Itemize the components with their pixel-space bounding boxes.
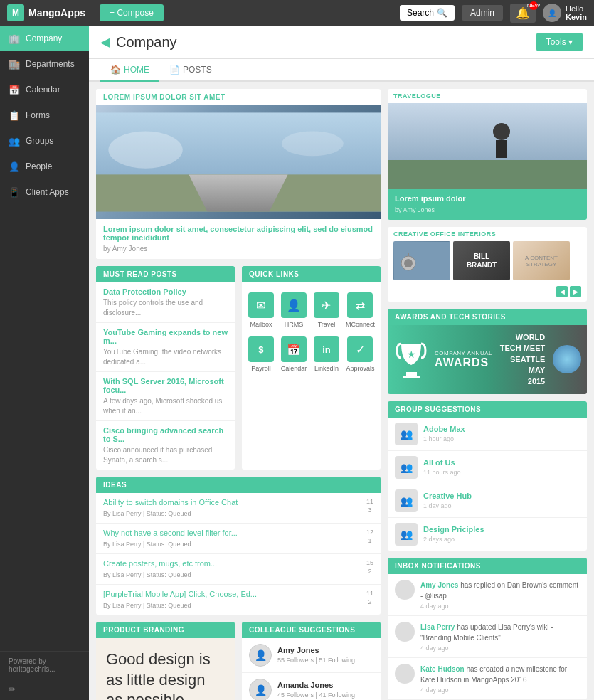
awards-section: AWARDS AND TECH STORIES ★	[388, 309, 587, 394]
group-name-3[interactable]: Design Priciples	[423, 525, 484, 534]
ql-mconnect-label: MConnect	[346, 321, 375, 328]
page-title: Company	[116, 34, 177, 51]
compose-button[interactable]: + Compose	[100, 4, 164, 21]
logo-icon: M	[7, 4, 24, 21]
awards-label: AWARDS	[435, 356, 492, 369]
ql-payroll-label: Payroll	[251, 365, 271, 372]
hero-label: LOREM IPSUM DOLOR SIT AMET	[96, 89, 381, 105]
travelogue-label: TRAVELOGUE	[388, 89, 587, 103]
must-read-item: With SQL Server 2016, Microsoft focu... …	[96, 372, 235, 421]
avatar	[395, 664, 415, 684]
home-tab-icon: 🏠	[110, 65, 121, 75]
forms-icon: 📋	[9, 110, 20, 121]
user-area: 👤 Hello Kevin	[543, 4, 587, 22]
company-annual-label: COMPANY ANNUAL	[435, 350, 492, 356]
sidebar-item-company[interactable]: 🏢 Company	[0, 26, 89, 51]
inbox-item: Lisa Perry has updated Lisa Perry's wiki…	[388, 616, 587, 658]
ql-calendar[interactable]: 📅 Calendar	[277, 332, 310, 376]
travel-icon: ✈	[314, 292, 339, 318]
inbox-date-1: 4 day ago	[420, 645, 580, 652]
idea-title-0[interactable]: Ability to switch domains in Office Chat	[103, 498, 238, 507]
quick-links-section: QUICK LINKS ✉ Mailbox 👤 HRMS ✈	[242, 266, 381, 470]
idea-title-2[interactable]: Create posters, mugs, etc from...	[103, 559, 217, 568]
notification-button[interactable]: 🔔 NEW	[510, 4, 536, 23]
co-prev-button[interactable]: ◀	[556, 286, 568, 297]
colleague-suggestions-header: COLLEAGUE SUGGESTIONS	[242, 622, 381, 638]
sidebar-item-calendar[interactable]: 📅 Calendar	[0, 77, 89, 102]
idea-title-3[interactable]: [PurpleTrial Mobile App] Click, Choose, …	[103, 590, 257, 598]
travelogue-by: by Amy Jones	[395, 206, 435, 213]
sidebar-item-departments[interactable]: 🏬 Departments	[0, 51, 89, 77]
search-icon: 🔍	[437, 8, 447, 18]
client-apps-icon: 📱	[9, 186, 20, 198]
ql-travel[interactable]: ✈ Travel	[310, 288, 343, 332]
search-button[interactable]: Search 🔍	[400, 5, 455, 21]
svg-point-3	[108, 132, 182, 169]
inbox-item: Amy Jones has replied on Dan Brown's com…	[388, 574, 587, 616]
app-name: MangoApps	[28, 7, 85, 18]
sidebar-label-forms: Forms	[26, 110, 50, 120]
home-tab-label: HOME	[124, 65, 149, 75]
tab-home[interactable]: 🏠 HOME	[100, 59, 159, 82]
must-read-title-3[interactable]: Cisco bringing advanced search to S...	[103, 426, 228, 443]
creative-office-section: CREATIVE OFFICE INTERIORS BILLBRANDT	[388, 227, 587, 302]
idea-by-3: By Lisa Perry | Status: Queued	[103, 602, 191, 609]
idea-title-1[interactable]: Why not have a second level filter for..…	[103, 529, 238, 537]
group-time-0: 1 hour ago	[423, 435, 454, 442]
idea-item: Ability to switch domains in Office Chat…	[96, 493, 381, 524]
idea-count-2: 15	[366, 559, 373, 566]
must-read-item: YouTube Gaming expands to new m... YouTu…	[96, 323, 235, 372]
app-logo: M MangoApps	[7, 4, 85, 21]
must-read-desc-1: YouTube Gaming, the video networks dedic…	[103, 348, 221, 366]
search-label: Search	[407, 8, 434, 18]
ql-hrms[interactable]: 👤 HRMS	[277, 288, 310, 332]
notification-badge: NEW	[529, 1, 538, 10]
co-image-2: A CONTENTSTRATEGY	[513, 241, 570, 280]
sidebar-item-groups[interactable]: 👥 Groups	[0, 128, 89, 154]
top-nav: M MangoApps + Compose Search 🔍 Admin 🔔 N…	[0, 0, 594, 26]
inbox-item: Kate Hudson has created a new milestone …	[388, 658, 587, 699]
inbox-text-1: Lisa Perry has updated Lisa Perry's wiki…	[420, 623, 553, 642]
must-read-title-1[interactable]: YouTube Gaming expands to new m...	[103, 328, 228, 345]
idea-sub-2: 2	[368, 568, 371, 575]
colleague-stats-1: 45 Followers | 41 Following	[277, 691, 355, 699]
sidebar-item-client-apps[interactable]: 📱 Client Apps	[0, 179, 89, 205]
tools-button[interactable]: Tools ▾	[536, 33, 583, 51]
group-avatar: 👥	[395, 456, 418, 479]
avatar	[395, 622, 415, 642]
group-name-0[interactable]: Adobe Max	[423, 425, 465, 433]
event-line4: MAY	[529, 366, 545, 374]
inbox-date-2: 4 day ago	[420, 686, 580, 694]
must-read-title-0[interactable]: Data Protection Policy	[103, 287, 228, 296]
event-line5: 2015	[528, 377, 545, 386]
group-name-1[interactable]: All of Us	[423, 458, 461, 467]
hero-title[interactable]: Lorem ipsum dolor sit amet, consectetur …	[103, 225, 373, 242]
brand-design-quote: Good design is as little design as possi…	[106, 649, 225, 700]
co-next-button[interactable]: ▶	[570, 286, 581, 297]
group-name-2[interactable]: Creative Hub	[423, 492, 472, 500]
ql-approvals[interactable]: ✓ Approvals	[343, 332, 378, 376]
ql-payroll[interactable]: $ Payroll	[245, 332, 277, 376]
must-read-item: Data Protection Policy This policy contr…	[96, 282, 235, 323]
tab-posts[interactable]: 📄 POSTS	[159, 59, 222, 82]
idea-sub-1: 1	[368, 537, 371, 544]
idea-by-0: By Lisa Perry | Status: Queued	[103, 510, 191, 517]
ql-linkedin[interactable]: in LinkedIn	[310, 332, 343, 376]
group-suggestions-header: GROUP SUGGESTIONS	[388, 401, 587, 418]
ql-mailbox[interactable]: ✉ Mailbox	[245, 288, 277, 332]
group-item: 👥 Creative Hub 1 day ago	[388, 484, 587, 518]
creative-office-images: BILLBRANDT A CONTENTSTRATEGY	[388, 241, 587, 286]
creative-office-label: CREATIVE OFFICE INTERIORS	[388, 227, 587, 241]
sidebar-item-people[interactable]: 👤 People	[0, 154, 89, 179]
edit-icon[interactable]: ✏	[0, 679, 89, 700]
idea-item: Why not have a second level filter for..…	[96, 524, 381, 554]
inbox-header: INBOX NOTIFICATIONS	[388, 558, 587, 574]
must-read-title-2[interactable]: With SQL Server 2016, Microsoft focu...	[103, 377, 228, 394]
sidebar-item-forms[interactable]: 📋 Forms	[0, 102, 89, 128]
svg-rect-14	[403, 376, 420, 378]
svg-point-4	[282, 132, 344, 157]
svg-rect-8	[496, 140, 507, 158]
admin-button[interactable]: Admin	[462, 5, 503, 21]
ql-mconnect[interactable]: ⇄ MConnect	[343, 288, 378, 332]
event-line2: TECH MEET	[500, 344, 546, 352]
